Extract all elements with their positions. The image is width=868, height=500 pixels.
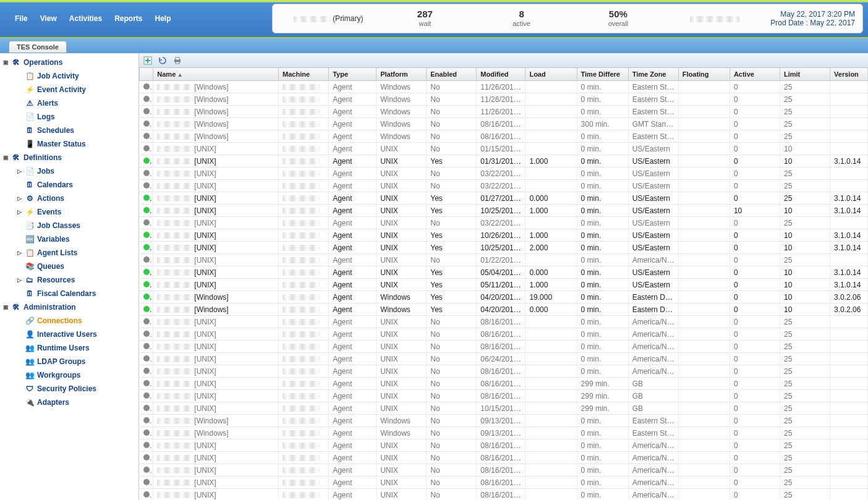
table-row[interactable]: [Windows]AgentWindowsNo08/16/2012 10 min…: [140, 130, 868, 143]
status-overall: 50%overall: [570, 7, 666, 29]
col-machine[interactable]: Machine: [279, 68, 329, 81]
table-row[interactable]: [Windows]AgentWindowsYes04/20/2017 10.00…: [140, 303, 868, 316]
menu-file[interactable]: File: [15, 14, 28, 23]
tree-item-actions[interactable]: ▷⚙Actions: [15, 192, 137, 205]
col-active[interactable]: Active: [730, 68, 780, 81]
col-load[interactable]: Load: [525, 68, 577, 81]
table-row[interactable]: [UNIX]AgentUNIXYes10/25/2016 11.0000 min…: [140, 205, 868, 217]
col-version[interactable]: Version: [830, 68, 868, 81]
status-dot-icon: [143, 430, 150, 436]
table-row[interactable]: [Windows]AgentWindowsYes04/20/2017 119.0…: [140, 291, 868, 303]
tab-tes-console[interactable]: TES Console: [9, 41, 67, 53]
tree-item-job-activity[interactable]: 📋Job Activity: [15, 69, 137, 83]
table-row[interactable]: [UNIX]AgentUNIXNo10/15/2012 1299 min.GB0…: [140, 402, 868, 415]
table-row[interactable]: [Windows]AgentWindowsNo08/16/2012 1300 m…: [140, 118, 868, 130]
print-icon[interactable]: [172, 56, 182, 66]
tree-group-operations[interactable]: ▣🛠Operations: [1, 56, 137, 69]
table-row[interactable]: [UNIX]AgentUNIXYes05/11/2015 01.0000 min…: [140, 279, 868, 291]
col-status[interactable]: [140, 68, 153, 81]
tree-item-schedules[interactable]: 🗓Schedules: [15, 124, 137, 137]
table-row[interactable]: [UNIX]AgentUNIXNo03/22/2017 10 min.US/Ea…: [140, 167, 868, 180]
table-row[interactable]: [Windows]AgentWindowsNo11/26/2012 10 min…: [140, 93, 868, 106]
tree-item-logs[interactable]: 📄Logs: [15, 110, 137, 124]
col-modified[interactable]: Modified: [477, 68, 525, 81]
table-row[interactable]: [UNIX]AgentUNIXNo03/22/2017 10 min.US/Ea…: [140, 217, 868, 229]
tree-item-events[interactable]: ▷⚡Events: [15, 205, 137, 219]
tree-item-queues[interactable]: 📚Queues: [15, 260, 137, 273]
table-row[interactable]: [UNIX]AgentUNIXNo06/24/2013 00 min.Ameri…: [140, 353, 868, 365]
col-floating[interactable]: Floating: [678, 68, 730, 81]
tree-item-workgroups[interactable]: 👥Workgroups: [15, 368, 137, 382]
tree-group-definitions[interactable]: ▣🛠Definitions: [1, 151, 137, 164]
col-type[interactable]: Type: [329, 68, 377, 81]
col-platform[interactable]: Platform: [377, 68, 427, 81]
refresh-icon[interactable]: [158, 56, 168, 66]
status-dot-icon: [143, 294, 150, 300]
tree-item-adapters[interactable]: 🔌Adapters: [15, 396, 137, 409]
table-row[interactable]: [Windows]AgentWindowsNo11/26/2012 10 min…: [140, 106, 868, 118]
col-time-zone[interactable]: Time Zone: [628, 68, 678, 81]
menu-view[interactable]: View: [40, 14, 57, 23]
tree-item-event-activity[interactable]: ⚡Event Activity: [15, 83, 137, 96]
tree-item-jobs[interactable]: ▷📄Jobs: [15, 164, 137, 178]
status-dot-icon: [143, 479, 150, 485]
table-row[interactable]: [UNIX]AgentUNIXYes01/31/2017 11.0000 min…: [140, 155, 868, 167]
tree-item-calendars[interactable]: 🗓Calendars: [15, 178, 137, 192]
tree-item-resources[interactable]: ▷🗂Resources: [15, 273, 137, 287]
tree-item-runtime-users[interactable]: 👥Runtime Users: [15, 341, 137, 355]
status-dot-icon: [143, 232, 150, 238]
table-row[interactable]: [Windows]AgentWindowsNo09/13/2012 10 min…: [140, 427, 868, 439]
status-bar: (Primary) 287wait 8active 50%overall May…: [272, 4, 863, 33]
table-row[interactable]: [UNIX]AgentUNIXNo08/16/2012 10 min.Ameri…: [140, 452, 868, 464]
status-dot-icon: [143, 133, 150, 139]
table-row[interactable]: [UNIX]AgentUNIXNo08/16/2012 10 min.Ameri…: [140, 464, 868, 477]
table-row[interactable]: [UNIX]AgentUNIXNo08/16/2012 10 min.Ameri…: [140, 439, 868, 452]
table-row[interactable]: [UNIX]AgentUNIXNo08/16/2012 10 min.Ameri…: [140, 477, 868, 489]
table-row[interactable]: [Windows]AgentWindowsNo11/26/2012 10 min…: [140, 81, 868, 93]
col-limit[interactable]: Limit: [780, 68, 830, 81]
table-row[interactable]: [UNIX]AgentUNIXNo08/16/2012 10 min.Ameri…: [140, 328, 868, 341]
status-wait: 287wait: [377, 7, 473, 29]
connections-grid[interactable]: NameMachineTypePlatformEnabledModifiedLo…: [139, 68, 868, 500]
table-row[interactable]: [UNIX]AgentUNIXYes10/25/2016 12.0000 min…: [140, 242, 868, 254]
table-row[interactable]: [UNIX]AgentUNIXNo01/15/2013 10 min.US/Ea…: [140, 143, 868, 155]
table-row[interactable]: [UNIX]AgentUNIXNo08/16/2012 1299 min.GB0…: [140, 378, 868, 390]
tree-item-interactive-users[interactable]: 👤Interactive Users: [15, 328, 137, 341]
col-name[interactable]: Name: [153, 68, 279, 81]
table-row[interactable]: [UNIX]AgentUNIXNo08/16/2012 10 min.Ameri…: [140, 341, 868, 353]
table-row[interactable]: [Windows]AgentWindowsNo09/13/2012 10 min…: [140, 415, 868, 427]
table-row[interactable]: [UNIX]AgentUNIXNo01/22/2013 00 min.Ameri…: [140, 254, 868, 266]
table-row[interactable]: [UNIX]AgentUNIXNo08/16/2012 10 min.Ameri…: [140, 489, 868, 501]
menu-reports[interactable]: Reports: [114, 14, 142, 23]
add-icon[interactable]: [143, 56, 153, 66]
table-row[interactable]: [UNIX]AgentUNIXNo08/16/2012 10 min.Ameri…: [140, 365, 868, 378]
menu-help[interactable]: Help: [155, 14, 171, 23]
status-dot-icon: [143, 491, 150, 498]
tree-item-security-policies[interactable]: 🛡Security Policies: [15, 382, 137, 396]
table-row[interactable]: [UNIX]AgentUNIXNo08/16/2012 10 min.Ameri…: [140, 316, 868, 328]
table-row[interactable]: [UNIX]AgentUNIXYes01/27/2017 10.0000 min…: [140, 192, 868, 205]
table-row[interactable]: [UNIX]AgentUNIXYes05/04/2017 10.0000 min…: [140, 266, 868, 279]
col-enabled[interactable]: Enabled: [427, 68, 477, 81]
tree-item-job-classes[interactable]: 📑Job Classes: [15, 219, 137, 232]
logs-icon: 📄: [25, 112, 35, 122]
menu-activities[interactable]: Activities: [69, 14, 102, 23]
table-row[interactable]: [UNIX]AgentUNIXYes10/26/2016 11.0000 min…: [140, 229, 868, 242]
tree-item-fiscal-calendars[interactable]: 🗓Fiscal Calendars: [15, 287, 137, 300]
tree-item-connections[interactable]: 🔗Connections: [15, 314, 137, 328]
table-row[interactable]: [UNIX]AgentUNIXNo08/16/2012 1299 min.GB0…: [140, 390, 868, 402]
tree-item-variables[interactable]: 🔤Variables: [15, 232, 137, 246]
tree-item-alerts[interactable]: ⚠Alerts: [15, 96, 137, 110]
jobs-icon: 📄: [25, 166, 35, 176]
table-row[interactable]: [UNIX]AgentUNIXNo03/22/2017 10 min.US/Ea…: [140, 180, 868, 192]
status-dot-icon: [143, 108, 150, 114]
status-dot-icon: [143, 355, 150, 362]
status-datetime: May 22, 2017 3:20 PM: [770, 10, 855, 19]
tree-item-agent-lists[interactable]: ▷📋Agent Lists: [15, 246, 137, 260]
status-graph: [666, 13, 763, 24]
col-time-differe[interactable]: Time Differe: [577, 68, 628, 81]
tree-group-administration[interactable]: ▣🛠Administration: [1, 300, 137, 314]
tree-item-master-status[interactable]: 📱Master Status: [15, 137, 137, 151]
sidebar-tree[interactable]: ▣🛠Operations📋Job Activity⚡Event Activity…: [0, 53, 139, 500]
tree-item-ldap-groups[interactable]: 👥LDAP Groups: [15, 355, 137, 368]
